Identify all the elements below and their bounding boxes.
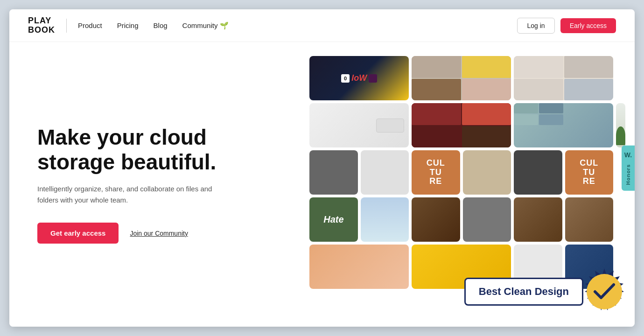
award-badge-container: Best Clean Design bbox=[464, 266, 630, 317]
side-tab-letter: W. bbox=[624, 151, 632, 159]
main-content: PLAY BOOK Product Pricing Blog Community… bbox=[9, 9, 635, 327]
navbar: PLAY BOOK Product Pricing Blog Community… bbox=[9, 9, 635, 42]
grid-cell-tan bbox=[463, 150, 511, 195]
grid-cell-wood1 bbox=[412, 197, 460, 242]
culture-text-1: CUL TU RE bbox=[427, 159, 445, 186]
image-grid: 0 loW bbox=[309, 56, 625, 289]
logo: PLAY BOOK bbox=[28, 16, 55, 35]
grid-cell-wood2 bbox=[514, 197, 562, 242]
hero-actions: Get early access Join our Community bbox=[37, 223, 281, 244]
join-community-link[interactable]: Join our Community bbox=[130, 230, 188, 237]
grid-cell-collage1 bbox=[412, 56, 511, 100]
grid-cell-sky bbox=[361, 197, 409, 242]
grid-cell-keyboard bbox=[309, 103, 409, 147]
nav-actions: Log in Early access bbox=[517, 18, 616, 34]
hero-title: Make your cloud storage beautiful. bbox=[37, 125, 281, 175]
browser-window: PLAY BOOK Product Pricing Blog Community… bbox=[9, 9, 635, 327]
hero-right: 0 loW bbox=[309, 42, 635, 327]
grid-cell-light1 bbox=[361, 150, 409, 195]
grid-cell-person bbox=[514, 103, 613, 147]
culture-text-2: CUL TU RE bbox=[580, 159, 598, 186]
grid-cell-mag bbox=[463, 197, 511, 242]
grid-cell-culture2: CUL TU RE bbox=[565, 150, 613, 195]
nav-product[interactable]: Product bbox=[78, 21, 102, 29]
grid-cell-hate: Hate bbox=[309, 197, 357, 242]
grid-cell-dark1 bbox=[309, 150, 357, 195]
hero-section: Make your cloud storage beautiful. Intel… bbox=[9, 42, 635, 327]
nav-pricing[interactable]: Pricing bbox=[117, 21, 139, 29]
grid-cell-logos: 0 loW bbox=[309, 56, 409, 100]
grid-cell-dark2 bbox=[514, 150, 562, 195]
svg-point-0 bbox=[587, 274, 622, 309]
grid-cell-culture1: CUL TU RE bbox=[412, 150, 460, 195]
side-tab-text: Honors bbox=[625, 164, 631, 185]
nav-blog[interactable]: Blog bbox=[154, 21, 168, 29]
grid-cell-fruit bbox=[309, 245, 409, 289]
icon-zero: 0 bbox=[341, 74, 350, 83]
grid-cell-collage2 bbox=[514, 56, 613, 100]
grid-cell-plant bbox=[616, 103, 625, 147]
get-early-access-button[interactable]: Get early access bbox=[37, 223, 119, 244]
early-access-nav-button[interactable]: Early access bbox=[560, 18, 616, 33]
badge-seal bbox=[579, 266, 630, 317]
badge-label: Best Clean Design bbox=[464, 278, 583, 306]
nav-divider bbox=[66, 19, 67, 33]
side-tab[interactable]: W. Honors bbox=[622, 146, 635, 191]
grid-cell-food bbox=[412, 103, 511, 147]
icon-love: loW bbox=[351, 73, 367, 83]
nav-community[interactable]: Community 🌱 bbox=[182, 21, 229, 30]
grid-cell-brown bbox=[565, 197, 613, 242]
hero-left: Make your cloud storage beautiful. Intel… bbox=[9, 42, 309, 327]
hero-subtitle: Intelligently organize, share, and colla… bbox=[37, 183, 215, 206]
nav-links: Product Pricing Blog Community 🌱 bbox=[78, 21, 517, 30]
hate-label: Hate bbox=[323, 214, 343, 225]
login-button[interactable]: Log in bbox=[517, 18, 554, 34]
icon-slack bbox=[369, 74, 377, 83]
